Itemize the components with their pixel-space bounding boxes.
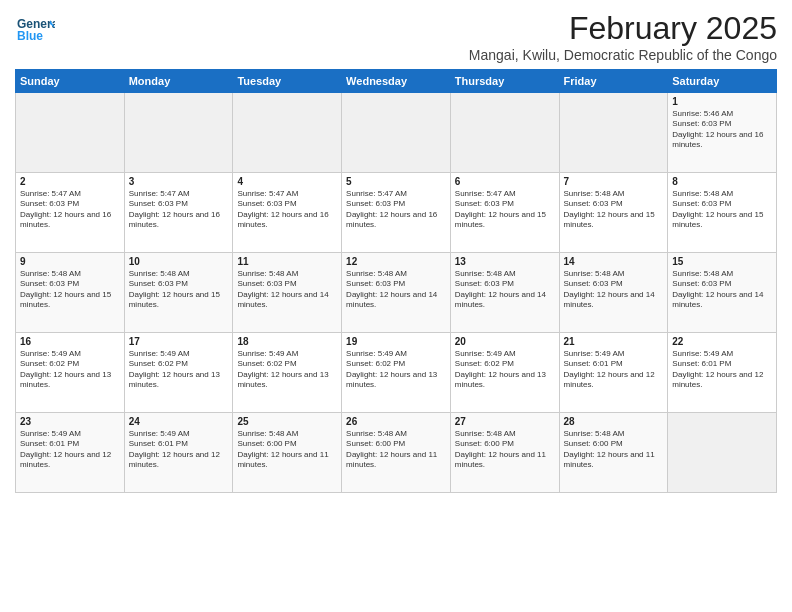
calendar-cell: [559, 93, 668, 173]
header-monday: Monday: [124, 70, 233, 93]
calendar-cell: [124, 93, 233, 173]
day-number: 9: [20, 256, 120, 267]
cell-content: Sunrise: 5:49 AM Sunset: 6:02 PM Dayligh…: [455, 349, 555, 391]
calendar-cell: 7Sunrise: 5:48 AM Sunset: 6:03 PM Daylig…: [559, 173, 668, 253]
day-number: 5: [346, 176, 446, 187]
day-number: 20: [455, 336, 555, 347]
header-saturday: Saturday: [668, 70, 777, 93]
logo: General Blue: [15, 10, 55, 50]
day-number: 16: [20, 336, 120, 347]
calendar-cell: 9Sunrise: 5:48 AM Sunset: 6:03 PM Daylig…: [16, 253, 125, 333]
cell-content: Sunrise: 5:48 AM Sunset: 6:00 PM Dayligh…: [237, 429, 337, 471]
day-number: 24: [129, 416, 229, 427]
day-number: 22: [672, 336, 772, 347]
day-number: 21: [564, 336, 664, 347]
calendar-week-row: 9Sunrise: 5:48 AM Sunset: 6:03 PM Daylig…: [16, 253, 777, 333]
calendar-cell: [342, 93, 451, 173]
day-number: 2: [20, 176, 120, 187]
calendar-cell: 10Sunrise: 5:48 AM Sunset: 6:03 PM Dayli…: [124, 253, 233, 333]
logo-icon: General Blue: [15, 10, 55, 50]
day-number: 10: [129, 256, 229, 267]
cell-content: Sunrise: 5:49 AM Sunset: 6:02 PM Dayligh…: [237, 349, 337, 391]
cell-content: Sunrise: 5:48 AM Sunset: 6:03 PM Dayligh…: [237, 269, 337, 311]
calendar-cell: 20Sunrise: 5:49 AM Sunset: 6:02 PM Dayli…: [450, 333, 559, 413]
cell-content: Sunrise: 5:47 AM Sunset: 6:03 PM Dayligh…: [237, 189, 337, 231]
day-number: 8: [672, 176, 772, 187]
cell-content: Sunrise: 5:49 AM Sunset: 6:01 PM Dayligh…: [672, 349, 772, 391]
calendar-cell: 25Sunrise: 5:48 AM Sunset: 6:00 PM Dayli…: [233, 413, 342, 493]
cell-content: Sunrise: 5:49 AM Sunset: 6:01 PM Dayligh…: [129, 429, 229, 471]
day-number: 13: [455, 256, 555, 267]
calendar-cell: 17Sunrise: 5:49 AM Sunset: 6:02 PM Dayli…: [124, 333, 233, 413]
header-thursday: Thursday: [450, 70, 559, 93]
day-number: 17: [129, 336, 229, 347]
calendar-cell: 2Sunrise: 5:47 AM Sunset: 6:03 PM Daylig…: [16, 173, 125, 253]
calendar-cell: 28Sunrise: 5:48 AM Sunset: 6:00 PM Dayli…: [559, 413, 668, 493]
calendar-cell: [16, 93, 125, 173]
calendar-cell: 6Sunrise: 5:47 AM Sunset: 6:03 PM Daylig…: [450, 173, 559, 253]
calendar-cell: 8Sunrise: 5:48 AM Sunset: 6:03 PM Daylig…: [668, 173, 777, 253]
cell-content: Sunrise: 5:47 AM Sunset: 6:03 PM Dayligh…: [346, 189, 446, 231]
cell-content: Sunrise: 5:48 AM Sunset: 6:03 PM Dayligh…: [20, 269, 120, 311]
cell-content: Sunrise: 5:47 AM Sunset: 6:03 PM Dayligh…: [455, 189, 555, 231]
calendar-cell: [450, 93, 559, 173]
cell-content: Sunrise: 5:48 AM Sunset: 6:03 PM Dayligh…: [672, 269, 772, 311]
day-number: 18: [237, 336, 337, 347]
calendar-cell: 15Sunrise: 5:48 AM Sunset: 6:03 PM Dayli…: [668, 253, 777, 333]
cell-content: Sunrise: 5:48 AM Sunset: 6:03 PM Dayligh…: [564, 269, 664, 311]
cell-content: Sunrise: 5:48 AM Sunset: 6:00 PM Dayligh…: [564, 429, 664, 471]
day-number: 15: [672, 256, 772, 267]
svg-text:Blue: Blue: [17, 29, 43, 43]
header-tuesday: Tuesday: [233, 70, 342, 93]
calendar-cell: 23Sunrise: 5:49 AM Sunset: 6:01 PM Dayli…: [16, 413, 125, 493]
day-number: 25: [237, 416, 337, 427]
cell-content: Sunrise: 5:49 AM Sunset: 6:02 PM Dayligh…: [346, 349, 446, 391]
cell-content: Sunrise: 5:48 AM Sunset: 6:03 PM Dayligh…: [346, 269, 446, 311]
calendar-cell: 13Sunrise: 5:48 AM Sunset: 6:03 PM Dayli…: [450, 253, 559, 333]
cell-content: Sunrise: 5:49 AM Sunset: 6:02 PM Dayligh…: [20, 349, 120, 391]
calendar-cell: 14Sunrise: 5:48 AM Sunset: 6:03 PM Dayli…: [559, 253, 668, 333]
cell-content: Sunrise: 5:48 AM Sunset: 6:03 PM Dayligh…: [564, 189, 664, 231]
calendar-cell: 11Sunrise: 5:48 AM Sunset: 6:03 PM Dayli…: [233, 253, 342, 333]
subtitle: Mangai, Kwilu, Democratic Republic of th…: [469, 47, 777, 63]
cell-content: Sunrise: 5:48 AM Sunset: 6:00 PM Dayligh…: [455, 429, 555, 471]
calendar-cell: 5Sunrise: 5:47 AM Sunset: 6:03 PM Daylig…: [342, 173, 451, 253]
calendar-cell: 18Sunrise: 5:49 AM Sunset: 6:02 PM Dayli…: [233, 333, 342, 413]
calendar-week-row: 2Sunrise: 5:47 AM Sunset: 6:03 PM Daylig…: [16, 173, 777, 253]
calendar-week-row: 23Sunrise: 5:49 AM Sunset: 6:01 PM Dayli…: [16, 413, 777, 493]
cell-content: Sunrise: 5:48 AM Sunset: 6:03 PM Dayligh…: [129, 269, 229, 311]
day-number: 28: [564, 416, 664, 427]
day-number: 19: [346, 336, 446, 347]
day-number: 1: [672, 96, 772, 107]
calendar-cell: 1Sunrise: 5:46 AM Sunset: 6:03 PM Daylig…: [668, 93, 777, 173]
cell-content: Sunrise: 5:48 AM Sunset: 6:03 PM Dayligh…: [455, 269, 555, 311]
day-number: 3: [129, 176, 229, 187]
header-friday: Friday: [559, 70, 668, 93]
cell-content: Sunrise: 5:49 AM Sunset: 6:01 PM Dayligh…: [20, 429, 120, 471]
cell-content: Sunrise: 5:48 AM Sunset: 6:03 PM Dayligh…: [672, 189, 772, 231]
header-wednesday: Wednesday: [342, 70, 451, 93]
cell-content: Sunrise: 5:47 AM Sunset: 6:03 PM Dayligh…: [129, 189, 229, 231]
day-number: 11: [237, 256, 337, 267]
calendar-cell: 12Sunrise: 5:48 AM Sunset: 6:03 PM Dayli…: [342, 253, 451, 333]
day-number: 12: [346, 256, 446, 267]
calendar-header-row: Sunday Monday Tuesday Wednesday Thursday…: [16, 70, 777, 93]
calendar-week-row: 16Sunrise: 5:49 AM Sunset: 6:02 PM Dayli…: [16, 333, 777, 413]
page: General Blue February 2025 Mangai, Kwilu…: [0, 0, 792, 503]
title-area: February 2025 Mangai, Kwilu, Democratic …: [469, 10, 777, 63]
calendar-cell: 21Sunrise: 5:49 AM Sunset: 6:01 PM Dayli…: [559, 333, 668, 413]
calendar-cell: [668, 413, 777, 493]
calendar-cell: 26Sunrise: 5:48 AM Sunset: 6:00 PM Dayli…: [342, 413, 451, 493]
cell-content: Sunrise: 5:49 AM Sunset: 6:01 PM Dayligh…: [564, 349, 664, 391]
main-title: February 2025: [469, 10, 777, 47]
day-number: 26: [346, 416, 446, 427]
day-number: 27: [455, 416, 555, 427]
day-number: 4: [237, 176, 337, 187]
cell-content: Sunrise: 5:49 AM Sunset: 6:02 PM Dayligh…: [129, 349, 229, 391]
calendar-cell: 24Sunrise: 5:49 AM Sunset: 6:01 PM Dayli…: [124, 413, 233, 493]
cell-content: Sunrise: 5:47 AM Sunset: 6:03 PM Dayligh…: [20, 189, 120, 231]
calendar-cell: 27Sunrise: 5:48 AM Sunset: 6:00 PM Dayli…: [450, 413, 559, 493]
day-number: 6: [455, 176, 555, 187]
cell-content: Sunrise: 5:46 AM Sunset: 6:03 PM Dayligh…: [672, 109, 772, 151]
cell-content: Sunrise: 5:48 AM Sunset: 6:00 PM Dayligh…: [346, 429, 446, 471]
